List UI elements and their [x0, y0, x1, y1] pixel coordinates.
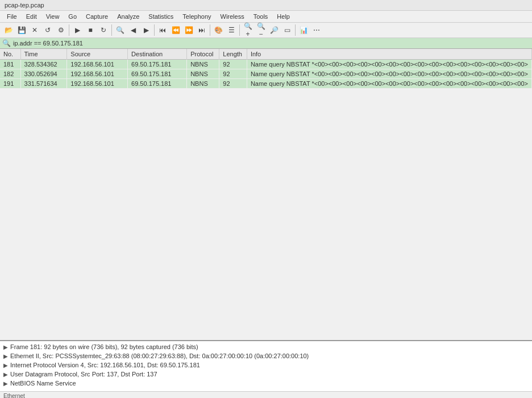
menu-view[interactable]: View — [41, 12, 64, 21]
expand-arrow-icon: ▶ — [3, 380, 8, 387]
next-found-button[interactable]: ▶ — [140, 24, 152, 36]
cell-time: 330.052694 — [20, 69, 67, 79]
goto-last-button[interactable]: ⏭ — [196, 24, 208, 36]
title-bar: pcap-tep.pcap — [0, 0, 532, 11]
save-button[interactable]: 💾 — [15, 24, 28, 36]
menu-wireless[interactable]: Wireless — [216, 12, 249, 21]
menu-telephony[interactable]: Telephony — [178, 12, 215, 21]
cell-info: Name query NBSTAT *<00><00><00><00><00><… — [247, 69, 531, 79]
cell-info: Name query NBSTAT *<00><00><00><00><00><… — [247, 60, 531, 69]
detail-item-text: Frame 181: 92 bytes on wire (736 bits), … — [10, 343, 198, 350]
colorize-button[interactable]: 🎨 — [212, 24, 225, 36]
find-packet-button[interactable]: 🔍 — [114, 24, 126, 36]
packet-table: No. Time Source Destination Protocol Len… — [0, 49, 532, 89]
sep2 — [111, 24, 112, 36]
col-header-source[interactable]: Source — [67, 49, 128, 60]
table-row[interactable]: 182330.052694192.168.56.10169.50.175.181… — [0, 69, 532, 79]
sep1 — [69, 24, 69, 36]
menu-help[interactable]: Help — [272, 12, 294, 21]
packet-tbody: 181328.534362192.168.56.10169.50.175.181… — [0, 60, 532, 89]
more-button[interactable]: ⋯ — [310, 24, 323, 36]
goto-prev-button[interactable]: ⏪ — [169, 24, 182, 36]
cell-src: 192.168.56.101 — [67, 79, 128, 89]
table-row[interactable]: 191331.571634192.168.56.10169.50.175.181… — [0, 79, 532, 89]
cell-dst: 69.50.175.181 — [128, 69, 187, 79]
status-bar: Ethernet — [0, 391, 532, 398]
menu-file[interactable]: File — [2, 12, 22, 21]
cell-time: 328.534362 — [20, 60, 67, 69]
main-content: No. Time Source Destination Protocol Len… — [0, 49, 532, 391]
expand-arrow-icon: ▶ — [3, 371, 8, 378]
toolbar: 📂 💾 ✕ ↺ ⚙ ▶ ■ ↻ 🔍 ◀ ▶ ⏮ ⏪ ⏩ ⏭ 🎨 ☰ 🔍+ 🔍− … — [0, 23, 532, 38]
reload-button[interactable]: ↺ — [41, 24, 54, 36]
col-header-info[interactable]: Info — [247, 49, 531, 60]
menu-bar: File Edit View Go Capture Analyze Statis… — [0, 11, 532, 23]
sep4 — [210, 24, 210, 36]
detail-item-text: Internet Protocol Version 4, Src: 192.16… — [10, 362, 200, 368]
cell-no: 191 — [0, 79, 20, 89]
cell-src: 192.168.56.101 — [67, 69, 128, 79]
goto-first-button[interactable]: ⏮ — [156, 24, 169, 36]
cell-info: Name query NBSTAT *<00><00><00><00><00><… — [247, 79, 531, 89]
stop-capture-button[interactable]: ■ — [84, 24, 97, 36]
packet-table-header: No. Time Source Destination Protocol Len… — [0, 49, 532, 60]
sep5 — [239, 24, 240, 36]
expand-arrow-icon: ▶ — [3, 353, 8, 359]
list-view-button[interactable]: ☰ — [225, 24, 238, 36]
filter-icon: 🔍 — [2, 39, 11, 47]
menu-go[interactable]: Go — [64, 12, 81, 21]
detail-item-text: Ethernet II, Src: PCSSSystemtec_29:63:88… — [10, 353, 309, 359]
table-row[interactable]: 181328.534362192.168.56.10169.50.175.181… — [0, 60, 532, 69]
detail-item[interactable]: ▶NetBIOS Name Service — [0, 379, 532, 388]
cell-dst: 69.50.175.181 — [128, 60, 187, 69]
cell-proto: NBNS — [187, 69, 219, 79]
cell-len: 92 — [219, 79, 247, 89]
zoom-in-button[interactable]: 🔍+ — [242, 24, 254, 36]
detail-item[interactable]: ▶Ethernet II, Src: PCSSSystemtec_29:63:8… — [0, 351, 532, 360]
detail-item-text: User Datagram Protocol, Src Port: 137, D… — [10, 371, 157, 378]
sep3 — [154, 24, 155, 36]
cell-dst: 69.50.175.181 — [128, 79, 187, 89]
detail-item[interactable]: ▶Frame 181: 92 bytes on wire (736 bits),… — [0, 342, 532, 351]
status-text: Ethernet — [3, 393, 25, 398]
filter-expression: ip.addr == 69.50.175.181 — [13, 40, 530, 47]
cell-src: 192.168.56.101 — [67, 60, 128, 69]
col-header-time[interactable]: Time — [20, 49, 67, 60]
zoom-normal-button[interactable]: 🔎 — [268, 24, 280, 36]
menu-analyze[interactable]: Analyze — [113, 12, 144, 21]
detail-panel: ▶Frame 181: 92 bytes on wire (736 bits),… — [0, 340, 532, 391]
menu-tools[interactable]: Tools — [249, 12, 273, 21]
expand-arrow-icon: ▶ — [3, 344, 8, 350]
stats-button[interactable]: 📊 — [297, 24, 310, 36]
restart-capture-button[interactable]: ↻ — [97, 24, 110, 36]
col-header-length[interactable]: Length — [219, 49, 247, 60]
cell-time: 331.571634 — [20, 79, 67, 89]
capture-options-button[interactable]: ⚙ — [55, 24, 67, 36]
start-capture-button[interactable]: ▶ — [71, 24, 84, 36]
detail-item[interactable]: ▶Internet Protocol Version 4, Src: 192.1… — [0, 360, 532, 370]
zoom-out-button[interactable]: 🔍− — [255, 24, 267, 36]
col-header-no[interactable]: No. — [0, 49, 20, 60]
prev-found-button[interactable]: ◀ — [127, 24, 139, 36]
goto-next-button[interactable]: ⏩ — [182, 24, 195, 36]
expand-arrow-icon: ▶ — [3, 362, 8, 368]
cell-proto: NBNS — [187, 79, 219, 89]
cell-proto: NBNS — [187, 60, 219, 69]
col-header-destination[interactable]: Destination — [128, 49, 187, 60]
close-capture-button[interactable]: ✕ — [28, 24, 41, 36]
detail-item[interactable]: ▶User Datagram Protocol, Src Port: 137, … — [0, 370, 532, 379]
cell-no: 181 — [0, 60, 20, 69]
cell-len: 92 — [219, 69, 247, 79]
filter-bar: 🔍 ip.addr == 69.50.175.181 — [0, 38, 532, 49]
packet-list: No. Time Source Destination Protocol Len… — [0, 49, 532, 340]
open-file-button[interactable]: 📂 — [2, 24, 15, 36]
menu-edit[interactable]: Edit — [22, 12, 41, 21]
detail-item-text: NetBIOS Name Service — [10, 380, 76, 387]
window-title: pcap-tep.pcap — [5, 2, 44, 9]
sep6 — [295, 24, 296, 36]
cell-len: 92 — [219, 60, 247, 69]
menu-statistics[interactable]: Statistics — [144, 12, 178, 21]
menu-capture[interactable]: Capture — [81, 12, 113, 21]
col-header-protocol[interactable]: Protocol — [187, 49, 219, 60]
zoom-fit-button[interactable]: ▭ — [281, 24, 293, 36]
